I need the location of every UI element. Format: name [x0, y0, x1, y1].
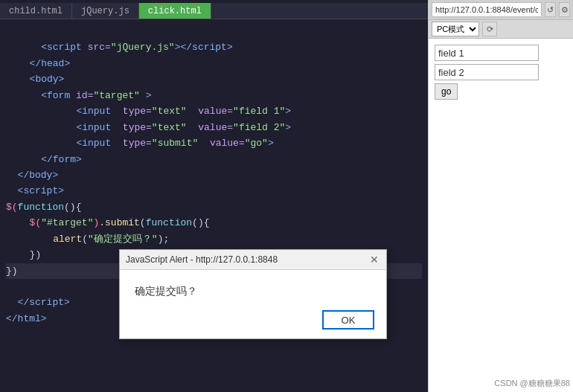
alert-ok-button[interactable]: OK: [322, 310, 374, 330]
tab-click-html[interactable]: click.html: [139, 3, 211, 19]
tab-bar: child.html jQuery.js click.html: [0, 3, 428, 19]
preview-area: go CSDN @糖糖糖果88: [429, 39, 573, 392]
url-toolbar: ↺ ⚙: [429, 0, 573, 20]
preview-panel: ↺ ⚙ PC模式 ⟳ go CSDN @糖糖糖果88: [428, 0, 573, 392]
alert-close-button[interactable]: ✕: [368, 254, 380, 266]
settings-icon[interactable]: ⚙: [559, 2, 570, 17]
alert-dialog: JavaScript Alert - http://127.0.0.1:8848…: [119, 249, 387, 339]
alert-footer: OK: [120, 310, 386, 338]
watermark: CSDN @糖糖糖果88: [494, 378, 570, 389]
alert-title: JavaScript Alert - http://127.0.0.1:8848: [126, 254, 278, 265]
pc-mode-select[interactable]: PC模式: [432, 22, 479, 36]
field1-input[interactable]: [435, 45, 539, 61]
field2-input[interactable]: [435, 64, 539, 80]
tab-child-html[interactable]: child.html: [0, 3, 72, 19]
pc-mode-toolbar: PC模式 ⟳: [429, 20, 573, 39]
go-button[interactable]: go: [435, 83, 458, 100]
url-input[interactable]: [432, 2, 542, 17]
alert-titlebar: JavaScript Alert - http://127.0.0.1:8848…: [120, 250, 386, 270]
alert-message: 确定提交吗？: [135, 285, 197, 297]
tab-jquery-js[interactable]: jQuery.js: [72, 3, 139, 19]
rotate-icon[interactable]: ⟳: [482, 22, 497, 36]
alert-body: 确定提交吗？: [120, 270, 386, 310]
refresh-icon[interactable]: ↺: [545, 2, 556, 17]
